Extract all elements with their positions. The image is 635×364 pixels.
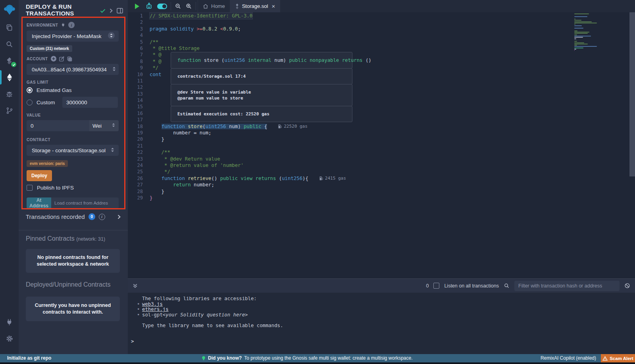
transactions-recorded-label: Transactions recorded — [26, 213, 85, 220]
deploy-button[interactable]: Deploy — [27, 170, 52, 181]
line-text: number = num; — [150, 130, 211, 136]
plugin-manager-button[interactable] — [0, 314, 19, 330]
compile-success-badge — [11, 62, 16, 67]
hover-tooltip: function store (uint256 internal num) pu… — [171, 52, 352, 122]
tooltip-docs: @dev Store value in variable@param num v… — [171, 84, 352, 106]
solidity-compiler-button[interactable] — [0, 52, 19, 69]
code-line[interactable]: 6 * @title Storage — [128, 45, 346, 52]
run-script-button[interactable] — [131, 0, 143, 12]
terminal-link[interactable]: web3.js — [142, 302, 163, 307]
git-icon — [6, 107, 13, 115]
pinned-contracts-title: Pinned Contracts (network: 31) — [26, 235, 105, 242]
terminal-output[interactable]: The following libraries are accessible:•… — [128, 293, 635, 354]
git-init-button[interactable]: Initialize as git repo — [7, 354, 51, 362]
code-line[interactable]: 5/** — [128, 39, 346, 45]
code-line[interactable]: 26 function retrieve() public view retur… — [128, 175, 346, 182]
pin-panel-icon[interactable] — [117, 8, 123, 13]
gas-estimate-hint: 2415 gas — [319, 175, 346, 182]
terminal-link[interactable]: ethers.js — [142, 307, 169, 312]
transactions-expand-chevron-icon[interactable] — [117, 215, 121, 219]
remix-logo[interactable] — [0, 0, 19, 19]
code-line[interactable]: 24 * @return value of 'number' — [128, 162, 346, 169]
code-line[interactable]: 28 } — [128, 188, 346, 195]
estimated-gas-label: Estimated Gas — [37, 87, 72, 93]
code-line[interactable]: 18 function store(uint256 num) public {2… — [128, 123, 346, 130]
listen-all-transactions-checkbox[interactable] — [433, 283, 439, 289]
line-text: } — [150, 136, 164, 142]
search-button[interactable] — [0, 36, 19, 52]
deploy-run-button[interactable] — [0, 69, 19, 86]
custom-gas-input[interactable] — [62, 97, 118, 108]
environment-select[interactable]: Injected Provider - MetaMask — [27, 31, 119, 42]
zoom-out-button[interactable] — [173, 0, 183, 12]
code-line[interactable]: 2 — [128, 19, 346, 25]
code-line[interactable]: 21 — [128, 143, 346, 149]
contract-value: Storage - contracts/Storage.sol — [32, 148, 106, 153]
remixai-assistant-button[interactable] — [143, 0, 155, 12]
panel-expand-chevron-icon[interactable] — [110, 8, 113, 13]
collapse-terminal-icon[interactable] — [133, 283, 138, 288]
tip-text: To prototype using the Gnosis safe multi… — [244, 354, 412, 362]
at-address-button[interactable]: At Address — [27, 197, 51, 209]
tooltip-signature: function store (uint256 internal num) pu… — [171, 52, 352, 69]
value-unit-select[interactable]: Wei — [89, 120, 119, 131]
tab-storage-sol[interactable]: Storage.sol × — [230, 0, 281, 12]
minimap[interactable] — [574, 13, 614, 52]
pinned-empty-message: No pinned contracts found for selected w… — [26, 249, 120, 273]
code-line[interactable]: 25 */ — [128, 169, 346, 175]
at-address-input[interactable] — [51, 197, 119, 209]
code-line[interactable]: 3pragma solidity >=0.8.2 <0.9.0; — [128, 26, 346, 32]
code-line[interactable]: 29} — [128, 195, 346, 201]
code-line[interactable]: 4 — [128, 32, 346, 38]
publish-ipfs-checkbox[interactable] — [27, 185, 33, 191]
line-number: 1 — [128, 13, 150, 19]
transactions-info-icon[interactable]: i — [99, 214, 105, 220]
active-tab-label: Storage.sol — [242, 3, 268, 9]
deploy-run-panel: DEPLOY & RUN TRANSACTIONS ENVIRONMENT i … — [19, 0, 128, 354]
git-button[interactable] — [0, 102, 19, 119]
line-text: pragma solidity >=0.8.2 <0.9.0; — [150, 26, 241, 32]
settings-button[interactable] — [0, 330, 19, 347]
editor-scrollbar[interactable] — [629, 12, 635, 176]
terminal-line — [137, 318, 635, 323]
line-text: return number; — [150, 182, 214, 188]
file-explorer-button[interactable] — [0, 19, 19, 36]
environment-plug-icon[interactable] — [61, 23, 65, 27]
code-line[interactable]: 23 * @dev Return value — [128, 156, 346, 162]
custom-gas-radio[interactable] — [27, 100, 33, 105]
line-text: } — [150, 188, 164, 195]
line-number: 8 — [128, 58, 150, 65]
estimated-gas-radio[interactable] — [27, 87, 33, 93]
code-line[interactable]: 20 } — [128, 136, 346, 142]
close-tab-icon[interactable]: × — [271, 3, 275, 10]
environment-info-icon[interactable]: i — [68, 22, 75, 28]
line-number: 20 — [128, 136, 150, 142]
terminal-search-icon[interactable] — [504, 283, 510, 289]
line-number: 27 — [128, 182, 150, 188]
debugger-button[interactable] — [0, 86, 19, 102]
copy-account-icon[interactable] — [67, 56, 72, 61]
code-line[interactable]: 19 number = num; — [128, 130, 346, 136]
clear-console-icon[interactable] — [624, 283, 630, 289]
code-line[interactable]: 1// SPDX-License-Identifier: GPL-3.0 — [128, 13, 346, 19]
transaction-filter-input[interactable] — [514, 281, 620, 291]
line-number: 26 — [128, 175, 150, 182]
value-unit: Wei — [92, 123, 102, 129]
zoom-in-button[interactable] — [183, 0, 194, 12]
panel-check-icon — [100, 9, 106, 13]
code-line[interactable]: 27 return number; — [128, 182, 346, 188]
tab-home[interactable]: Home — [198, 0, 230, 12]
code-editor[interactable]: 1// SPDX-License-Identifier: GPL-3.023pr… — [128, 12, 635, 278]
contract-select[interactable]: Storage - contracts/Storage.sol — [27, 145, 119, 156]
account-select[interactable]: 0xA03...85ac4 (0.398673504934 — [27, 64, 119, 75]
value-label: VALUE — [27, 113, 41, 117]
add-account-icon[interactable] — [51, 56, 56, 61]
copilot-toggle[interactable] — [155, 0, 169, 12]
sign-message-icon[interactable] — [59, 56, 64, 61]
copilot-status[interactable]: RemixAI Copilot (enabled) — [541, 354, 596, 362]
contract-label: CONTRACT — [27, 138, 50, 142]
line-text: */ — [150, 169, 170, 175]
scam-alert-button[interactable]: Scam Alert — [601, 354, 635, 362]
code-line[interactable]: 22 /** — [128, 149, 346, 155]
value-input[interactable] — [27, 120, 89, 131]
